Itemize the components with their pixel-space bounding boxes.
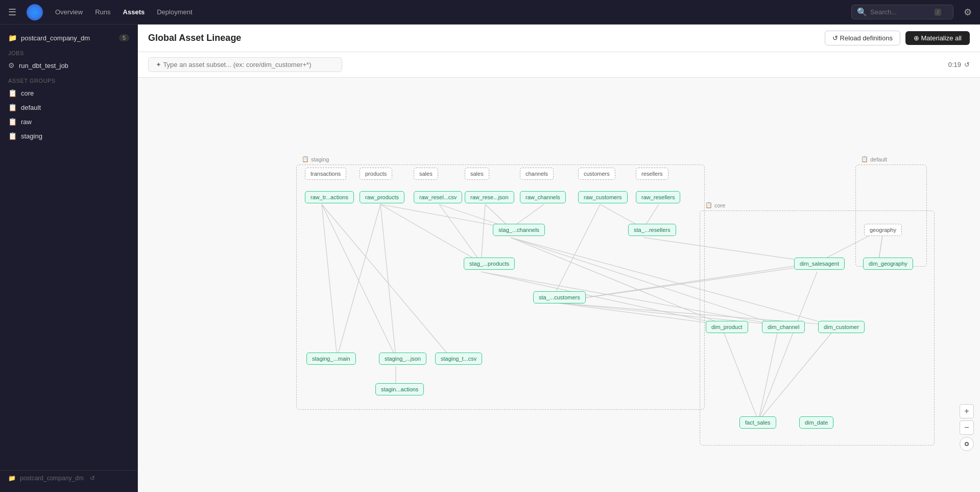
- node-geography[interactable]: geography: [864, 224, 902, 236]
- staging-icon: 📋: [8, 132, 17, 140]
- settings-button[interactable]: ⚙: [962, 5, 974, 20]
- node-dim-geography[interactable]: dim_geography: [863, 257, 913, 270]
- materialize-button[interactable]: ⊕ Materialize all: [905, 31, 970, 45]
- core-icon: 📋: [8, 89, 17, 97]
- zoom-dot-inner: [965, 442, 969, 446]
- main-layout: 📁 postcard_company_dm 5 Jobs ⚙ run_dbt_t…: [0, 25, 980, 492]
- node-raw-channels[interactable]: raw_channels: [520, 191, 566, 203]
- node-staging-t-csv[interactable]: staging_t...csv: [435, 353, 482, 365]
- search-bar: 🔍 /: [851, 5, 953, 19]
- filter-bar: 0:19 ↺: [138, 52, 980, 78]
- node-raw-resel-csv[interactable]: raw_resel...csv: [414, 191, 462, 203]
- topnav: ☰ 🌀 Overview Runs Assets Deployment 🔍 / …: [0, 0, 980, 25]
- sidebar-item-raw[interactable]: 📋 raw: [0, 114, 137, 129]
- nav-deployment[interactable]: Deployment: [153, 6, 196, 18]
- content-header: Global Asset Lineage ↺ Reload definition…: [138, 25, 980, 52]
- bottom-icon: 📁: [8, 475, 16, 482]
- project-icon: 📁: [8, 34, 17, 42]
- page-title: Global Asset Lineage: [148, 33, 241, 43]
- nav-overview[interactable]: Overview: [51, 6, 87, 18]
- sidebar-item-default[interactable]: 📋 default: [0, 100, 137, 114]
- core-label: core: [21, 89, 34, 97]
- node-stag-products[interactable]: stag_...products: [464, 257, 515, 270]
- node-transactions[interactable]: transactions: [305, 168, 346, 180]
- node-staging-main[interactable]: staging_...main: [306, 353, 356, 365]
- raw-icon: 📋: [8, 118, 17, 126]
- project-badge: 5: [119, 34, 129, 41]
- sidebar-item-staging[interactable]: 📋 staging: [0, 129, 137, 143]
- node-sta-customers[interactable]: sta_...customers: [533, 291, 586, 303]
- header-actions: ↺ Reload definitions ⊕ Materialize all: [825, 31, 970, 45]
- nav-assets[interactable]: Assets: [119, 6, 149, 18]
- timer-refresh-icon[interactable]: ↺: [964, 61, 970, 68]
- search-kbd: /: [935, 9, 941, 16]
- nav-links: Overview Runs Assets Deployment: [51, 6, 197, 18]
- job-label: run_dbt_test_job: [19, 62, 68, 69]
- filter-input-wrapper: [148, 57, 342, 72]
- node-sales1[interactable]: sales: [414, 168, 438, 180]
- nav-runs[interactable]: Runs: [91, 6, 114, 18]
- groups-section-label: Asset groups: [0, 73, 137, 86]
- bottom-refresh-icon[interactable]: ↺: [90, 475, 95, 482]
- node-stag-channels[interactable]: stag_...channels: [493, 224, 545, 236]
- node-stagin-actions[interactable]: stagin...actions: [375, 383, 424, 395]
- node-raw-transactions[interactable]: raw_tr...actions: [305, 191, 354, 203]
- zoom-fit-button[interactable]: [960, 437, 974, 451]
- node-products[interactable]: products: [360, 168, 392, 180]
- node-channels[interactable]: channels: [520, 168, 554, 180]
- job-icon: ⚙: [8, 61, 15, 69]
- node-dim-product[interactable]: dim_product: [706, 321, 748, 333]
- staging-label: staging: [21, 132, 42, 140]
- default-icon: 📋: [8, 103, 17, 111]
- search-icon: 🔍: [857, 7, 867, 17]
- search-input[interactable]: [870, 8, 931, 16]
- sidebar-bottom: 📁 postcard_company_dm ↺: [0, 470, 137, 486]
- node-fact-sales[interactable]: fact_sales: [739, 416, 776, 429]
- core-group-label: 📋 core: [705, 202, 725, 208]
- node-dim-customer[interactable]: dim_customer: [818, 321, 865, 333]
- staging-group-label: 📋 staging: [302, 156, 329, 162]
- timer-value: 0:19: [948, 61, 961, 68]
- node-resellers[interactable]: resellers: [636, 168, 668, 180]
- sidebar-item-project[interactable]: 📁 postcard_company_dm 5: [0, 31, 137, 45]
- logo: 🌀: [27, 4, 43, 20]
- node-dim-date[interactable]: dim_date: [799, 416, 833, 429]
- node-sta-resellers[interactable]: sta_...resellers: [628, 224, 676, 236]
- logo-icon: 🌀: [31, 8, 39, 16]
- node-raw-customers[interactable]: raw_customers: [578, 191, 628, 203]
- node-raw-rese-json[interactable]: raw_rese...json: [465, 191, 514, 203]
- node-raw-products[interactable]: raw_products: [360, 191, 404, 203]
- sidebar-item-core[interactable]: 📋 core: [0, 86, 137, 100]
- default-label: default: [21, 104, 41, 111]
- node-dim-channel[interactable]: dim_channel: [762, 321, 805, 333]
- raw-label: raw: [21, 118, 32, 126]
- jobs-section-label: Jobs: [0, 45, 137, 58]
- sidebar: 📁 postcard_company_dm 5 Jobs ⚙ run_dbt_t…: [0, 25, 138, 492]
- zoom-controls: + −: [960, 404, 974, 451]
- project-label: postcard_company_dm: [21, 34, 90, 42]
- default-group-label: 📋 default: [861, 156, 887, 162]
- node-customers[interactable]: customers: [578, 168, 615, 180]
- timer: 0:19 ↺: [948, 61, 970, 68]
- content-area: Global Asset Lineage ↺ Reload definition…: [138, 25, 980, 492]
- node-sales2[interactable]: sales: [465, 168, 489, 180]
- sidebar-item-job[interactable]: ⚙ run_dbt_test_job: [0, 58, 137, 73]
- zoom-in-button[interactable]: +: [960, 404, 974, 418]
- filter-input[interactable]: [156, 61, 334, 68]
- bottom-label: postcard_company_dm: [20, 475, 84, 482]
- lineage-canvas[interactable]: 📋 staging 📋 default 📋 core transactio: [138, 78, 980, 492]
- zoom-out-button[interactable]: −: [960, 420, 974, 435]
- reload-button[interactable]: ↺ Reload definitions: [825, 31, 900, 45]
- node-dim-salesagent[interactable]: dim_salesagent: [794, 257, 845, 270]
- node-staging-json[interactable]: staging_...json: [379, 353, 426, 365]
- hamburger-button[interactable]: ☰: [6, 5, 18, 20]
- node-raw-resellers[interactable]: raw_resellers: [636, 191, 680, 203]
